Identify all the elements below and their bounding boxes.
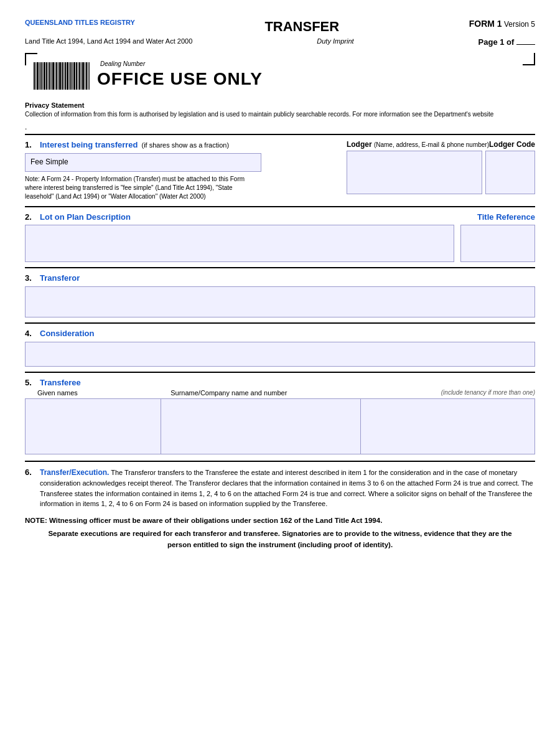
section6-text: The Transferor transfers to the Transfer…: [40, 469, 533, 507]
section2-number: 2.: [25, 212, 36, 222]
section3-number: 3.: [25, 273, 36, 283]
section4-number: 4.: [25, 329, 36, 338]
section5-title: Transferee: [40, 378, 81, 387]
given-names-label: Given names: [36, 389, 167, 397]
duty-imprint: Duty Imprint: [192, 37, 478, 47]
section1-note: Note: A Form 24 - Property Information (…: [25, 175, 261, 201]
svg-rect-5: [42, 62, 43, 90]
lodger-subtitle: (Name, address, E-mail & phone number): [374, 141, 489, 148]
section5-number: 5.: [25, 378, 36, 387]
svg-rect-10: [51, 62, 52, 90]
svg-rect-1: [35, 62, 36, 90]
section4-title: Consideration: [40, 329, 94, 338]
svg-rect-29: [85, 62, 85, 90]
svg-rect-17: [63, 62, 64, 90]
svg-rect-25: [78, 62, 78, 90]
section3-title: Transferor: [40, 273, 80, 283]
lot-plan-box[interactable]: [25, 225, 454, 262]
surname-label: Surname/Company name and number: [167, 389, 366, 397]
transferor-box[interactable]: [25, 286, 535, 317]
barcode: [34, 62, 90, 87]
dealing-number-label: Dealing Number: [100, 60, 526, 67]
svg-rect-6: [44, 62, 45, 90]
page-info: Page 1 of: [478, 37, 535, 47]
lodger-box[interactable]: [347, 151, 482, 194]
svg-rect-31: [88, 62, 88, 90]
svg-rect-14: [58, 62, 58, 90]
svg-rect-27: [81, 62, 82, 90]
section1-subtitle: (if shares show as a fraction): [142, 141, 230, 149]
svg-rect-19: [67, 62, 68, 90]
form-info: FORM 1 Version 5: [469, 19, 535, 29]
section2-title: Lot on Plan Description: [40, 212, 131, 222]
privacy-text: Collection of information from this form…: [25, 110, 535, 119]
lodger-code-box[interactable]: [485, 151, 535, 194]
lodger-title: Lodger: [347, 140, 372, 149]
section6-title: Transfer/Execution.: [40, 468, 109, 477]
svg-rect-3: [39, 62, 40, 90]
svg-rect-2: [37, 62, 39, 90]
title-ref-box[interactable]: [460, 225, 535, 262]
svg-rect-30: [86, 62, 87, 90]
svg-rect-8: [48, 62, 49, 90]
svg-rect-18: [65, 62, 66, 90]
svg-rect-13: [56, 62, 57, 90]
dot-separator: .: [25, 123, 535, 131]
svg-rect-32: [89, 62, 90, 90]
svg-rect-23: [73, 62, 75, 90]
svg-rect-0: [34, 62, 35, 90]
privacy-title: Privacy Statement: [25, 101, 535, 109]
interest-value-box[interactable]: Fee Simple: [25, 153, 261, 172]
svg-rect-12: [55, 62, 55, 90]
svg-rect-26: [79, 62, 80, 90]
svg-rect-15: [59, 62, 61, 90]
note2: Separate executions are required for eac…: [25, 528, 535, 551]
lodger-code-title: Lodger Code: [489, 140, 535, 149]
tenancy-box[interactable]: [360, 398, 535, 454]
svg-rect-20: [69, 62, 70, 90]
svg-rect-4: [40, 62, 42, 90]
svg-rect-11: [52, 62, 54, 90]
section6-number: 6.: [25, 467, 36, 477]
office-use-text: OFFICE USE ONLY: [97, 69, 526, 89]
svg-rect-9: [49, 62, 50, 90]
svg-rect-24: [76, 62, 77, 90]
section1-title: Interest being transferred: [40, 140, 138, 149]
section1-number: 1.: [25, 140, 36, 149]
form-title: TRANSFER: [135, 19, 469, 35]
acts-label: Land Title Act 1994, Land Act 1994 and W…: [25, 37, 192, 47]
svg-rect-7: [46, 62, 47, 90]
registry-name: QUEENSLAND TITLES REGISTRY: [25, 19, 135, 26]
svg-rect-22: [72, 62, 73, 90]
svg-rect-28: [82, 62, 84, 90]
consideration-box[interactable]: [25, 342, 535, 367]
title-reference-label: Title Reference: [477, 212, 535, 222]
note1: NOTE: Witnessing officer must be aware o…: [25, 517, 535, 524]
svg-rect-21: [70, 62, 72, 90]
given-names-box[interactable]: [25, 398, 161, 454]
tenancy-label: (include tenancy if more than one): [366, 389, 535, 397]
surname-box[interactable]: [161, 398, 360, 454]
svg-rect-16: [62, 62, 63, 90]
